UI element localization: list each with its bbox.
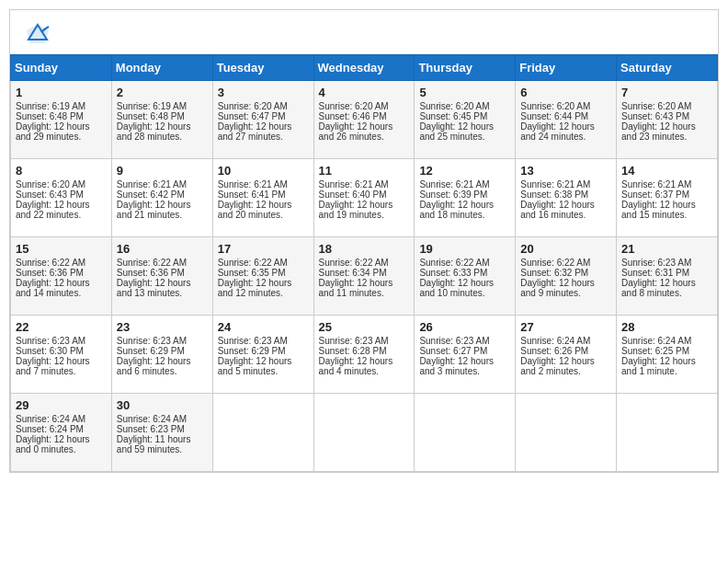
day-info-line: Daylight: 12 hours <box>218 356 309 366</box>
day-info-line: Sunset: 6:33 PM <box>419 268 510 278</box>
day-number: 30 <box>117 398 208 412</box>
day-info-line: Sunrise: 6:21 AM <box>621 179 712 190</box>
day-number: 16 <box>117 242 208 256</box>
day-info-line: Sunset: 6:48 PM <box>16 111 107 121</box>
calendar-day-cell: 24Sunrise: 6:23 AMSunset: 6:29 PMDayligh… <box>212 316 313 394</box>
calendar-header: SundayMondayTuesdayWednesdayThursdayFrid… <box>11 55 718 81</box>
calendar-day-cell: 20Sunrise: 6:22 AMSunset: 6:32 PMDayligh… <box>516 237 617 316</box>
calendar-day-cell: 17Sunrise: 6:22 AMSunset: 6:35 PMDayligh… <box>212 237 313 316</box>
day-info-line: Sunrise: 6:19 AM <box>16 101 107 111</box>
day-info-line: and 5 minutes. <box>218 366 309 376</box>
weekday-header: Thursday <box>415 55 516 81</box>
day-info-line: and 16 minutes. <box>520 210 611 220</box>
day-info-line: Sunrise: 6:21 AM <box>117 179 208 190</box>
day-info-line: and 23 minutes. <box>621 132 712 142</box>
day-info-line: Daylight: 12 hours <box>419 200 510 210</box>
day-info-line: Daylight: 12 hours <box>16 278 107 288</box>
calendar-day-cell: 3Sunrise: 6:20 AMSunset: 6:47 PMDaylight… <box>212 81 313 159</box>
day-info-line: Daylight: 12 hours <box>520 278 611 288</box>
day-number: 20 <box>520 242 611 256</box>
day-number: 25 <box>319 320 410 334</box>
day-number: 26 <box>419 320 510 334</box>
day-info-line: Daylight: 12 hours <box>16 121 107 132</box>
calendar-week-row: 1Sunrise: 6:19 AMSunset: 6:48 PMDaylight… <box>11 81 718 159</box>
day-info-line: Sunset: 6:47 PM <box>218 111 309 121</box>
day-info-line: Sunset: 6:28 PM <box>319 346 410 356</box>
calendar-day-cell: 9Sunrise: 6:21 AMSunset: 6:42 PMDaylight… <box>111 159 212 237</box>
day-info-line: and 10 minutes. <box>419 288 510 298</box>
calendar-day-cell: 29Sunrise: 6:24 AMSunset: 6:24 PMDayligh… <box>11 394 112 472</box>
day-info-line: Sunrise: 6:23 AM <box>16 336 107 346</box>
day-info-line: Daylight: 12 hours <box>16 200 107 210</box>
calendar-day-cell: 19Sunrise: 6:22 AMSunset: 6:33 PMDayligh… <box>415 237 516 316</box>
day-info-line: Sunset: 6:42 PM <box>117 190 208 200</box>
day-info-line: Sunrise: 6:21 AM <box>520 179 611 190</box>
day-info-line: Sunset: 6:36 PM <box>117 268 208 278</box>
day-info-line: Daylight: 12 hours <box>117 121 208 132</box>
day-info-line: Sunset: 6:40 PM <box>319 190 410 200</box>
day-number: 27 <box>520 320 611 334</box>
calendar-day-cell <box>212 394 313 472</box>
calendar-day-cell: 30Sunrise: 6:24 AMSunset: 6:23 PMDayligh… <box>111 394 212 472</box>
day-info-line: Sunrise: 6:23 AM <box>117 336 208 346</box>
day-info-line: Sunset: 6:43 PM <box>621 111 712 121</box>
day-info-line: Sunrise: 6:22 AM <box>218 258 309 268</box>
day-info-line: Daylight: 12 hours <box>218 278 309 288</box>
day-info-line: Sunset: 6:36 PM <box>16 268 107 278</box>
calendar-day-cell: 2Sunrise: 6:19 AMSunset: 6:48 PMDaylight… <box>111 81 212 159</box>
day-info-line: Sunrise: 6:20 AM <box>419 101 510 111</box>
day-number: 4 <box>319 86 410 99</box>
calendar-table: SundayMondayTuesdayWednesdayThursdayFrid… <box>10 54 718 472</box>
day-info-line: Sunset: 6:39 PM <box>419 190 510 200</box>
day-number: 1 <box>16 86 107 99</box>
day-info-line: Sunset: 6:29 PM <box>117 346 208 356</box>
day-info-line: Sunrise: 6:24 AM <box>520 336 611 346</box>
calendar-day-cell: 13Sunrise: 6:21 AMSunset: 6:38 PMDayligh… <box>516 159 617 237</box>
day-info-line: and 26 minutes. <box>319 132 410 142</box>
day-number: 18 <box>319 242 410 256</box>
day-info-line: Daylight: 12 hours <box>621 121 712 132</box>
day-number: 13 <box>520 164 611 178</box>
day-info-line: Sunset: 6:43 PM <box>16 190 107 200</box>
calendar-day-cell: 25Sunrise: 6:23 AMSunset: 6:28 PMDayligh… <box>313 316 415 394</box>
day-info-line: Sunset: 6:41 PM <box>218 190 309 200</box>
day-info-line: and 59 minutes. <box>117 444 208 454</box>
day-number: 2 <box>117 86 208 99</box>
day-number: 8 <box>16 164 107 178</box>
calendar-day-cell: 15Sunrise: 6:22 AMSunset: 6:36 PMDayligh… <box>11 237 112 316</box>
calendar-day-cell: 6Sunrise: 6:20 AMSunset: 6:44 PMDaylight… <box>516 81 617 159</box>
day-info-line: and 22 minutes. <box>16 210 107 220</box>
day-info-line: and 8 minutes. <box>621 288 712 298</box>
day-info-line: Sunrise: 6:24 AM <box>621 336 712 346</box>
day-info-line: Sunrise: 6:21 AM <box>319 179 410 190</box>
day-info-line: Sunrise: 6:20 AM <box>319 101 410 111</box>
day-info-line: and 11 minutes. <box>319 288 410 298</box>
day-info-line: Sunrise: 6:19 AM <box>117 101 208 111</box>
day-info-line: Sunrise: 6:22 AM <box>419 258 510 268</box>
day-info-line: Sunrise: 6:20 AM <box>218 101 309 111</box>
day-info-line: Daylight: 12 hours <box>621 356 712 366</box>
day-info-line: Sunrise: 6:21 AM <box>419 179 510 190</box>
day-info-line: and 12 minutes. <box>218 288 309 298</box>
day-info-line: Daylight: 12 hours <box>218 200 309 210</box>
day-info-line: Sunrise: 6:24 AM <box>16 414 107 424</box>
day-info-line: and 28 minutes. <box>117 132 208 142</box>
day-info-line: Daylight: 12 hours <box>319 278 410 288</box>
day-number: 19 <box>419 242 510 256</box>
day-info-line: Sunset: 6:48 PM <box>117 111 208 121</box>
day-info-line: Sunset: 6:46 PM <box>319 111 410 121</box>
calendar-day-cell <box>313 394 415 472</box>
day-info-line: Sunrise: 6:22 AM <box>16 258 107 268</box>
day-info-line: and 1 minute. <box>621 366 712 376</box>
day-info-line: Sunrise: 6:21 AM <box>218 179 309 190</box>
day-info-line: Sunset: 6:38 PM <box>520 190 611 200</box>
day-number: 7 <box>621 86 712 99</box>
day-info-line: Sunset: 6:30 PM <box>16 346 107 356</box>
day-info-line: and 20 minutes. <box>218 210 309 220</box>
calendar-body: 1Sunrise: 6:19 AMSunset: 6:48 PMDaylight… <box>11 81 718 472</box>
day-number: 6 <box>520 86 611 99</box>
day-info-line: Daylight: 12 hours <box>117 200 208 210</box>
day-number: 9 <box>117 164 208 178</box>
weekday-header: Friday <box>516 55 617 81</box>
day-number: 15 <box>16 242 107 256</box>
